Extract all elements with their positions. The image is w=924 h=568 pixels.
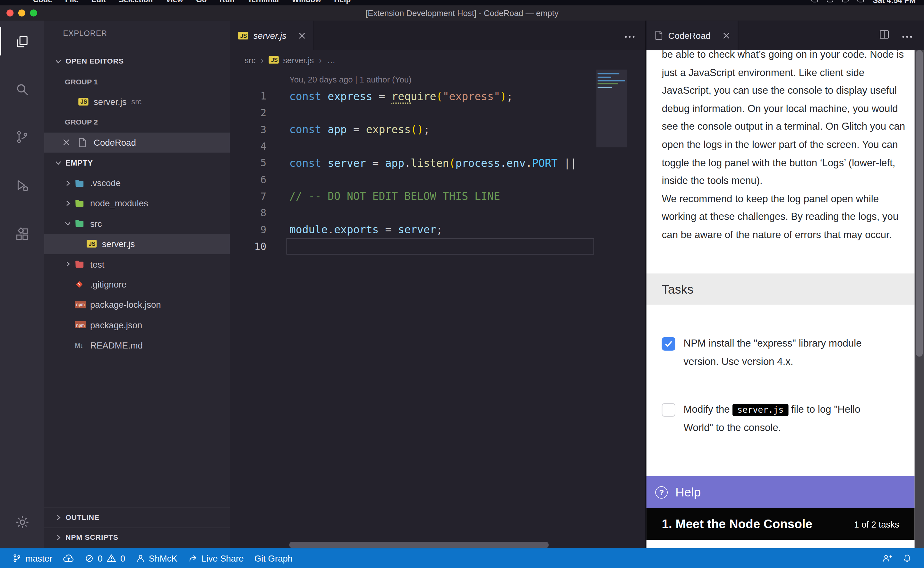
breadcrumb-item[interactable]: JSserver.js (269, 55, 314, 65)
folder-section-header[interactable]: EMPTY (44, 153, 230, 173)
file-label: test (90, 259, 104, 269)
minimap[interactable] (597, 69, 627, 147)
menu-selection[interactable]: Selection (119, 0, 153, 6)
status-problems[interactable]: 00 (80, 548, 131, 568)
menu-code[interactable]: Code (33, 0, 52, 6)
status-notifications[interactable] (897, 548, 917, 568)
close-tab-icon[interactable] (723, 32, 729, 39)
lesson-header: 1. Meet the Node Console 1 of 2 tasks (647, 508, 915, 540)
tree-item-test[interactable]: test (44, 254, 230, 274)
breadcrumb-item[interactable]: src (244, 55, 255, 65)
chevron-right-icon (54, 514, 63, 522)
status-coderoad-user[interactable]: ShMcK (131, 548, 182, 568)
gitlens-blame: You, 20 days ago | 1 author (You) (289, 75, 412, 84)
task-checkbox[interactable] (662, 337, 675, 351)
menubar-status-icon[interactable] (811, 0, 818, 2)
sidebar-section-npm-scripts[interactable]: NPM SCRIPTS (44, 527, 230, 547)
tree-item-src[interactable]: src (44, 213, 230, 234)
code-editor[interactable]: 1const express = require("express");23co… (230, 88, 597, 255)
more-actions-icon[interactable] (625, 30, 635, 41)
open-editor-item[interactable]: JSserver.jssrc (44, 92, 230, 112)
activity-extensions[interactable] (0, 220, 44, 248)
coderoad-panel: CodeRoad be able to check what’s going o… (647, 21, 924, 548)
status-git-graph[interactable]: Git Graph (249, 548, 298, 568)
breadcrumb-label: src (244, 55, 255, 65)
git-branch-icon (12, 554, 21, 563)
editor-tab-bar: JS server.js (230, 21, 647, 50)
minimize-window-button[interactable] (18, 9, 26, 17)
open-editors-header[interactable]: OPEN EDITORS (44, 51, 230, 71)
tree-item-node-modules[interactable]: node_modules (44, 193, 230, 213)
task-checkbox[interactable] (662, 403, 675, 417)
menubar-status-icon[interactable] (842, 0, 849, 2)
lesson-paragraph: We recommend to keep the log panel open … (662, 190, 912, 245)
line-content: // -- DO NOT EDIT BELOW THIS LINE (266, 190, 500, 202)
menubar-clock[interactable]: Sat 4:54 PM (873, 0, 916, 5)
code-line: 8 (230, 204, 597, 221)
menubar-status-icon[interactable] (857, 0, 864, 2)
lesson-progress: 1 of 2 tasks (854, 519, 899, 529)
split-editor-icon[interactable] (879, 29, 889, 42)
npm-icon: npm (75, 322, 86, 329)
md-icon: M↓ (75, 342, 83, 349)
person-icon (136, 554, 145, 563)
line-number: 1 (230, 90, 266, 102)
activity-source-control[interactable] (0, 122, 44, 151)
person-add-icon (882, 554, 892, 563)
close-window-button[interactable] (6, 9, 14, 17)
open-editor-item[interactable]: CodeRoad (44, 132, 230, 153)
tree-item--gitignore[interactable]: .gitignore (44, 274, 230, 295)
status-git-branch[interactable]: master (7, 548, 58, 568)
js-icon: JS (78, 98, 88, 106)
file-label: package-lock.json (90, 300, 161, 310)
close-icon[interactable] (63, 139, 69, 146)
help-section[interactable]: ? Help (647, 476, 915, 508)
menu-terminal[interactable]: Terminal (247, 0, 279, 6)
menu-view[interactable]: View (166, 0, 183, 6)
line-number: 7 (230, 190, 266, 202)
tree-item-package-json[interactable]: npmpackage.json (44, 315, 230, 335)
minimap-line (597, 76, 611, 78)
activity-run-debug[interactable] (0, 171, 44, 199)
activity-settings[interactable] (0, 508, 44, 536)
status-sync[interactable] (58, 548, 80, 568)
chevron-right-icon (63, 199, 72, 208)
extensions-icon (15, 227, 30, 241)
breadcrumb-item[interactable]: … (327, 55, 336, 65)
tab-coderoad[interactable]: CodeRoad (647, 21, 738, 50)
close-tab-icon[interactable] (299, 32, 305, 39)
tree-item-server-js[interactable]: JSserver.js (44, 234, 230, 254)
status-live-share[interactable]: Live Share (182, 548, 249, 568)
zoom-window-button[interactable] (30, 9, 37, 17)
menu-file[interactable]: File (65, 0, 78, 6)
help-icon: ? (655, 486, 668, 499)
status-live-share-contacts[interactable] (877, 548, 897, 568)
status-label: Live Share (202, 553, 244, 563)
scrollbar-thumb[interactable] (916, 50, 923, 357)
tab-server-js[interactable]: JS server.js (230, 21, 314, 50)
search-icon (15, 82, 30, 96)
code-line: 1const express = require("express"); (230, 88, 597, 104)
menu-edit[interactable]: Edit (92, 0, 106, 6)
status-bar: master00ShMcKLive ShareGit Graph (0, 548, 924, 568)
code-line: 10 (230, 238, 597, 254)
minimap-slider[interactable] (597, 69, 627, 147)
menu-run[interactable]: Run (220, 0, 235, 6)
menu-window[interactable]: Window (292, 0, 321, 6)
activity-explorer[interactable] (0, 27, 44, 55)
horizontal-scrollbar[interactable] (289, 542, 549, 548)
tree-item-readme-md[interactable]: M↓README.md (44, 335, 230, 355)
open-editors-group-label: GROUP 2 (44, 112, 230, 132)
menubar-status-icon[interactable] (827, 0, 833, 2)
status-label: ShMcK (149, 553, 178, 563)
more-actions-icon[interactable] (902, 30, 912, 41)
menu-go[interactable]: Go (196, 0, 207, 6)
tree-item-package-lock-json[interactable]: npmpackage-lock.json (44, 295, 230, 315)
activity-search[interactable] (0, 75, 44, 103)
file-label: src (90, 219, 102, 228)
tree-item--vscode[interactable]: .vscode (44, 173, 230, 193)
sidebar-section-outline[interactable]: OUTLINE (44, 507, 230, 527)
line-content: module.exports = server; (266, 224, 442, 236)
menu-help[interactable]: Help (334, 0, 351, 6)
webview-scrollbar[interactable] (915, 50, 924, 548)
